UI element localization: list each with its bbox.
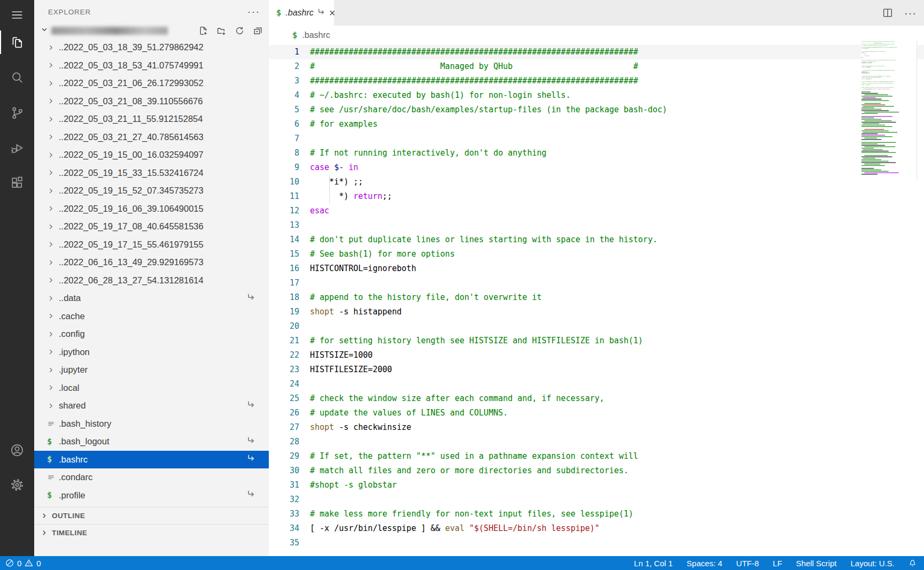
tree-item-..2022_05_03_21_06_26.172993052[interactable]: ..2022_05_03_21_06_26.172993052 bbox=[34, 74, 269, 93]
indent-guide bbox=[329, 189, 330, 204]
explorer-more-button[interactable]: ··· bbox=[247, 9, 260, 14]
code-line-28[interactable]: 28 bbox=[269, 435, 924, 449]
code-line-22[interactable]: 22HISTSIZE=1000 bbox=[269, 348, 924, 363]
code-line-34[interactable]: 34[ -x /usr/bin/lesspipe ] && eval "$(SH… bbox=[269, 521, 924, 536]
close-icon[interactable]: × bbox=[329, 9, 336, 17]
more-actions-icon[interactable]: ··· bbox=[904, 11, 917, 15]
code-line-19[interactable]: 19shopt -s histappend bbox=[269, 305, 924, 319]
code-line-11[interactable]: 11 *) return;; bbox=[269, 189, 924, 204]
status-encoding[interactable]: UTF-8 bbox=[736, 559, 759, 568]
code-line-25[interactable]: 25# check the window size after each com… bbox=[269, 391, 924, 406]
code-line-13[interactable]: 13 bbox=[269, 218, 924, 233]
tab-bashrc[interactable]: $ .bashrc × bbox=[269, 0, 334, 26]
sidebar-item-source-control[interactable] bbox=[0, 100, 34, 126]
code-line-23[interactable]: 23HISTFILESIZE=2000 bbox=[269, 363, 924, 377]
tree-item-.bashrc[interactable]: $.bashrc bbox=[34, 451, 269, 469]
minimap[interactable]: ########################################… bbox=[861, 41, 917, 180]
code-line-31[interactable]: 31#shopt -s globstar bbox=[269, 478, 924, 492]
status-cursor-position[interactable]: Ln 1, Col 1 bbox=[634, 559, 673, 568]
source-control-icon bbox=[10, 105, 25, 120]
explorer-title: EXPLORER bbox=[48, 8, 91, 16]
sidebar-item-run-debug[interactable] bbox=[0, 135, 34, 160]
code-line-10[interactable]: 10 *i*) ;; bbox=[269, 175, 924, 189]
tree-item-..2022_05_03_18_39_51.279862942[interactable]: ..2022_05_03_18_39_51.279862942 bbox=[34, 38, 269, 57]
new-file-icon[interactable] bbox=[199, 26, 208, 35]
explorer-sidebar: EXPLORER ··· ..2022_05_03_18_39_51.27986… bbox=[34, 0, 269, 556]
code-line-9[interactable]: 9case $- in bbox=[269, 160, 924, 175]
tree-item-.profile[interactable]: $.profile bbox=[34, 487, 269, 505]
workspace-row[interactable] bbox=[34, 24, 269, 37]
line-number: 15 bbox=[269, 247, 299, 261]
tree-item-..2022_05_19_16_06_39.106490015[interactable]: ..2022_05_19_16_06_39.106490015 bbox=[34, 200, 269, 218]
code-line-35[interactable]: 35 bbox=[269, 536, 924, 550]
tree-item-shared[interactable]: shared bbox=[34, 397, 269, 415]
menu-button[interactable] bbox=[0, 2, 34, 28]
code-editor[interactable]: 1#######################################… bbox=[269, 45, 924, 556]
tree-item-.bash_logout[interactable]: $.bash_logout bbox=[34, 433, 269, 451]
section-outline[interactable]: OUTLINE bbox=[34, 507, 269, 524]
refresh-icon[interactable] bbox=[235, 26, 244, 35]
status-keyboard-layout[interactable]: Layout: U.S. bbox=[850, 559, 895, 568]
code-line-26[interactable]: 26# update the values of LINES and COLUM… bbox=[269, 406, 924, 420]
code-line-14[interactable]: 14# don't put duplicate lines or lines s… bbox=[269, 233, 924, 247]
settings-button[interactable] bbox=[0, 472, 34, 498]
tree-item-.jupyter[interactable]: .jupyter bbox=[34, 361, 269, 379]
tree-item-.config[interactable]: .config bbox=[34, 325, 269, 343]
bell-icon[interactable] bbox=[909, 559, 917, 567]
code-line-1[interactable]: 1#######################################… bbox=[269, 45, 924, 59]
section-timeline[interactable]: TIMELINE bbox=[34, 524, 269, 541]
tree-item-..2022_05_03_18_53_41.075749991[interactable]: ..2022_05_03_18_53_41.075749991 bbox=[34, 57, 269, 75]
code-line-3[interactable]: 3#######################################… bbox=[269, 74, 924, 88]
code-line-8[interactable]: 8# If not running interactively, don't d… bbox=[269, 146, 924, 160]
account-button[interactable] bbox=[0, 437, 34, 463]
code-line-12[interactable]: 12esac bbox=[269, 204, 924, 218]
tree-item-..2022_05_03_21_08_39.110556676[interactable]: ..2022_05_03_21_08_39.110556676 bbox=[34, 93, 269, 111]
tree-item-..2022_06_28_13_27_54.131281614[interactable]: ..2022_06_28_13_27_54.131281614 bbox=[34, 272, 269, 290]
code-line-17[interactable]: 17 bbox=[269, 276, 924, 290]
tree-item-.local[interactable]: .local bbox=[34, 379, 269, 397]
tree-item-.condarc[interactable]: .condarc bbox=[34, 468, 269, 487]
problems-status[interactable]: 0 0 bbox=[5, 556, 41, 570]
status-language-mode[interactable]: Shell Script bbox=[796, 559, 837, 568]
sidebar-item-explorer[interactable] bbox=[0, 29, 34, 55]
tree-item-..2022_05_19_17_15_55.461979155[interactable]: ..2022_05_19_17_15_55.461979155 bbox=[34, 236, 269, 254]
chevron-right-icon bbox=[47, 348, 55, 356]
breadcrumb[interactable]: $ .bashrc bbox=[269, 26, 924, 45]
sidebar-item-search[interactable] bbox=[0, 65, 34, 90]
tree-item-..2022_05_19_15_33_15.532416724[interactable]: ..2022_05_19_15_33_15.532416724 bbox=[34, 164, 269, 182]
code-line-15[interactable]: 15# See bash(1) for more options bbox=[269, 247, 924, 261]
code-line-20[interactable]: 20 bbox=[269, 319, 924, 334]
tree-item-.bash_history[interactable]: .bash_history bbox=[34, 415, 269, 433]
collapse-all-icon[interactable] bbox=[253, 26, 262, 35]
code-line-30[interactable]: 30# match all files and zero or more dir… bbox=[269, 464, 924, 478]
chevron-right-icon bbox=[47, 295, 55, 302]
code-line-21[interactable]: 21# for setting history length see HISTS… bbox=[269, 334, 924, 348]
split-editor-icon[interactable] bbox=[882, 7, 894, 19]
new-folder-icon[interactable] bbox=[217, 26, 226, 35]
code-line-32[interactable]: 32 bbox=[269, 492, 924, 507]
tree-item-.ipython[interactable]: .ipython bbox=[34, 343, 269, 361]
tree-item-..data[interactable]: ..data bbox=[34, 289, 269, 307]
tree-item-..2022_05_19_15_52_07.345735273[interactable]: ..2022_05_19_15_52_07.345735273 bbox=[34, 182, 269, 200]
code-line-24[interactable]: 24 bbox=[269, 377, 924, 391]
tree-item-..2022_06_16_13_49_29.929169573[interactable]: ..2022_06_16_13_49_29.929169573 bbox=[34, 253, 269, 272]
code-line-16[interactable]: 16HISTCONTROL=ignoreboth bbox=[269, 261, 924, 276]
code-line-29[interactable]: 29# If set, the pattern "**" used in a p… bbox=[269, 449, 924, 464]
tree-item-.cache[interactable]: .cache bbox=[34, 307, 269, 326]
code-line-4[interactable]: 4# ~/.bashrc: executed by bash(1) for no… bbox=[269, 88, 924, 103]
code-line-27[interactable]: 27shopt -s checkwinsize bbox=[269, 420, 924, 435]
tree-item-..2022_05_03_21_27_40.785614563[interactable]: ..2022_05_03_21_27_40.785614563 bbox=[34, 128, 269, 147]
status-indentation[interactable]: Spaces: 4 bbox=[687, 559, 723, 568]
code-line-7[interactable]: 7 bbox=[269, 132, 924, 146]
tree-item-..2022_05_19_15_00_16.032594097[interactable]: ..2022_05_19_15_00_16.032594097 bbox=[34, 146, 269, 164]
tree-item-..2022_05_03_21_11_55.912152854[interactable]: ..2022_05_03_21_11_55.912152854 bbox=[34, 110, 269, 128]
code-line-5[interactable]: 5# see /usr/share/doc/bash/examples/star… bbox=[269, 103, 924, 117]
status-eol[interactable]: LF bbox=[773, 559, 782, 568]
code-line-2[interactable]: 2# Managed by QHub # bbox=[269, 59, 924, 74]
sidebar-item-extensions[interactable] bbox=[0, 170, 34, 196]
code-line-18[interactable]: 18# append to the history file, don't ov… bbox=[269, 290, 924, 305]
chevron-right-icon bbox=[47, 61, 55, 69]
code-line-6[interactable]: 6# for examples bbox=[269, 117, 924, 132]
tree-item-..2022_05_19_17_08_40.645581536[interactable]: ..2022_05_19_17_08_40.645581536 bbox=[34, 218, 269, 236]
code-line-33[interactable]: 33# make less more friendly for non-text… bbox=[269, 507, 924, 521]
